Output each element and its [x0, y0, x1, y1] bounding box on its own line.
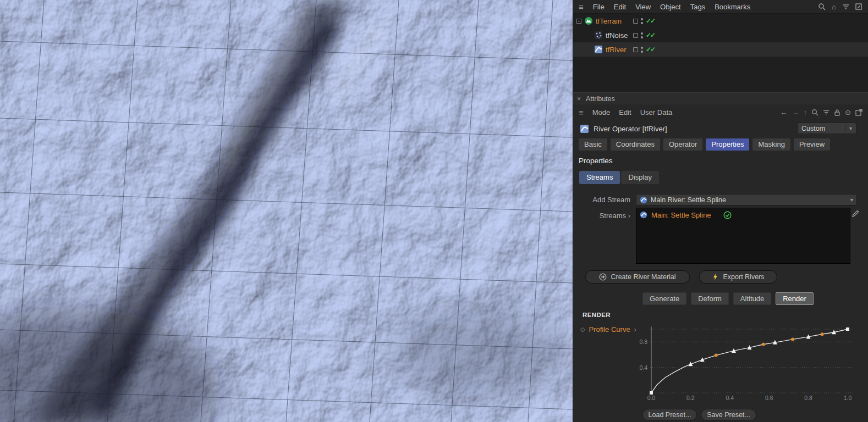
svg-text:1.0: 1.0 [844, 395, 852, 401]
history-forward-icon[interactable]: → [792, 108, 799, 116]
attributes-title: Attributes [586, 95, 615, 103]
visibility-dots[interactable] [641, 18, 643, 24]
operation-mode-buttons: Generate Deform Altitude Render [642, 292, 814, 305]
tab-coordinates[interactable]: Coordinates [611, 138, 660, 151]
terrain-object-icon[interactable] [584, 16, 593, 25]
svg-text:0.4: 0.4 [726, 395, 734, 401]
object-manager: − tfTerrain ✓✓ tfNoise ✓✓ [573, 14, 868, 92]
properties-subtabs: Streams Display [579, 171, 659, 184]
export-rivers-button[interactable]: Export Rivers [699, 270, 777, 284]
object-row-tfterrain[interactable]: − tfTerrain ✓✓ [573, 14, 868, 28]
svg-text:0.0: 0.0 [647, 395, 656, 401]
visibility-dots[interactable] [641, 47, 643, 53]
subtab-display[interactable]: Display [621, 171, 659, 184]
search-icon[interactable] [818, 3, 826, 10]
attr-menu-mode[interactable]: Mode [592, 108, 611, 116]
attributes-hamburger-icon[interactable]: ≡ [579, 108, 584, 117]
menu-bookmarks[interactable]: Bookmarks [715, 3, 750, 11]
properties-section-heading: Properties [579, 157, 613, 165]
home-icon[interactable]: ⌂ [832, 3, 836, 11]
render-button[interactable]: Render [776, 292, 814, 305]
object-header-title: River Operator [tfRiver] [594, 125, 667, 133]
attributes-titlebar: × Attributes [573, 92, 868, 104]
tab-operator[interactable]: Operator [663, 138, 702, 151]
object-row-tfnoise[interactable]: tfNoise ✓✓ [573, 28, 868, 42]
deform-button[interactable]: Deform [691, 292, 729, 305]
export-rivers-label: Export Rivers [723, 273, 764, 281]
tab-properties[interactable]: Properties [706, 138, 749, 151]
save-preset-button[interactable]: Save Preset... [701, 409, 756, 421]
visibility-dots[interactable] [641, 32, 643, 38]
tab-masking[interactable]: Masking [752, 138, 790, 151]
create-river-material-label: Create River Material [611, 273, 675, 281]
profile-curve-row[interactable]: ◇ Profile Curve › [580, 325, 636, 334]
stream-enabled-check-icon[interactable] [723, 211, 732, 219]
material-icon [599, 273, 607, 281]
menu-edit[interactable]: Edit [614, 3, 626, 11]
object-label[interactable]: tfTerrain [596, 17, 622, 25]
up-level-icon[interactable]: ↑ [804, 108, 807, 116]
new-window-icon[interactable] [855, 109, 862, 116]
history-back-icon[interactable]: ← [781, 108, 788, 116]
noise-object-icon[interactable] [594, 31, 603, 40]
profile-curve-chart[interactable]: 0.00.20.40.60.81.00.40.8 [633, 321, 859, 405]
close-icon[interactable]: × [577, 95, 581, 103]
stream-list-item[interactable]: Main: Settle Spline [636, 208, 850, 221]
enabled-check-icon[interactable]: ✓✓ [646, 17, 655, 25]
object-label[interactable]: tfRiver [606, 46, 627, 54]
river-object-icon[interactable] [594, 45, 603, 54]
enabled-check-icon[interactable]: ✓✓ [646, 31, 655, 39]
stream-item-icon [640, 211, 647, 219]
object-row-tfriver[interactable]: tfRiver ✓✓ [573, 42, 868, 57]
panel-layout-icon[interactable] [855, 3, 862, 10]
render-section-heading: RENDER [583, 312, 611, 318]
chevron-down-icon: ▾ [845, 125, 852, 131]
create-river-material-button[interactable]: Create River Material [585, 270, 690, 284]
attr-menu-edit[interactable]: Edit [619, 108, 631, 116]
right-panel: ≡ File Edit View Object Tags Bookmarks ⌂… [573, 0, 868, 422]
target-icon[interactable]: ⊙ [845, 108, 851, 116]
add-stream-label: Add Stream [573, 196, 630, 204]
filter-icon[interactable] [842, 3, 849, 10]
filter-icon[interactable] [823, 109, 829, 115]
altitude-button[interactable]: Altitude [733, 292, 771, 305]
edit-pencil-icon[interactable] [851, 209, 860, 218]
layer-toggle-icon[interactable] [633, 47, 638, 52]
collapse-icon[interactable]: − [576, 19, 581, 24]
menu-tags[interactable]: Tags [690, 3, 705, 11]
enabled-check-icon[interactable]: ✓✓ [646, 46, 655, 53]
load-preset-button[interactable]: Load Preset... [642, 409, 697, 421]
export-icon [712, 273, 719, 281]
menu-hamburger-icon[interactable]: ≡ [579, 2, 584, 12]
attribute-tabs: Basic Coordinates Operator Properties Ma… [579, 138, 864, 151]
subtab-streams[interactable]: Streams [579, 171, 620, 184]
stream-type-icon [640, 196, 647, 204]
preset-dropdown[interactable]: Custom ▾ [797, 123, 856, 134]
chevron-down-icon: ▾ [850, 197, 853, 203]
stream-item-label: Main: Settle Spline [651, 211, 711, 219]
3d-viewport[interactable] [0, 0, 573, 422]
attr-menu-userdata[interactable]: User Data [640, 108, 673, 116]
svg-text:0.6: 0.6 [765, 395, 773, 401]
generate-button[interactable]: Generate [642, 292, 686, 305]
river-operator-icon [580, 124, 589, 134]
terrain-render [0, 0, 573, 422]
svg-text:0.8: 0.8 [639, 338, 647, 345]
menu-file[interactable]: File [593, 3, 605, 11]
layer-toggle-icon[interactable] [633, 33, 638, 38]
preset-dropdown-value: Custom [801, 125, 825, 132]
streams-label: Streams › [573, 212, 630, 220]
svg-text:0.8: 0.8 [804, 395, 812, 401]
tab-preview[interactable]: Preview [794, 138, 830, 151]
tab-basic[interactable]: Basic [579, 138, 607, 151]
streams-list[interactable]: Main: Settle Spline [636, 208, 850, 264]
lock-icon[interactable] [834, 109, 840, 116]
attribute-object-header: River Operator [tfRiver] Custom ▾ [573, 121, 868, 136]
object-label[interactable]: tfNoise [606, 31, 628, 40]
menu-object[interactable]: Object [660, 3, 681, 11]
search-icon[interactable] [811, 109, 818, 116]
diamond-icon: ◇ [580, 326, 585, 333]
add-stream-dropdown[interactable]: Main River: Settle Spline ▾ [636, 194, 857, 206]
layer-toggle-icon[interactable] [633, 19, 638, 24]
menu-view[interactable]: View [635, 3, 651, 11]
